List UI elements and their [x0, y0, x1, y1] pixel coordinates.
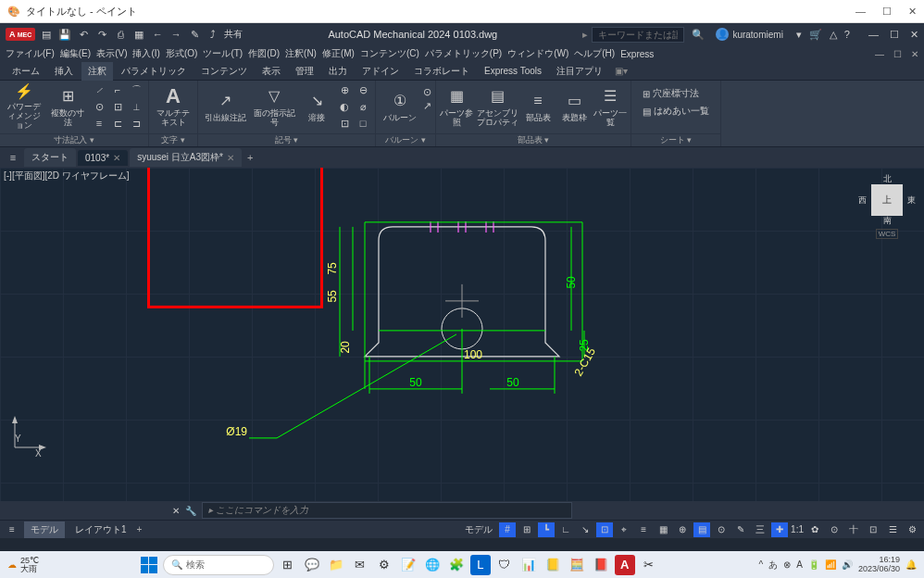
viewcube[interactable]: 上 北 南 東 西 WCS [859, 175, 915, 249]
status-grid-icon[interactable]: # [499, 522, 516, 537]
status-dyn-icon[interactable]: ⊙ [713, 522, 730, 537]
qat-icon-8[interactable]: ✎ [187, 27, 202, 42]
leader-note-button[interactable]: ↗引出線注記 [202, 82, 248, 131]
dim-icon-4[interactable]: ⊙ [91, 99, 107, 114]
autocad-logo[interactable]: A MEC [6, 28, 35, 41]
menu-draw[interactable]: 作図(D) [248, 47, 280, 60]
panel-sheet-label[interactable]: シート ▾ [631, 133, 720, 146]
dropdown-icon[interactable]: ▾ [796, 29, 802, 41]
part-reference-button[interactable]: ▦パーツ参照 [440, 82, 473, 131]
fits-list-button[interactable]: ▤はめあい一覧 [639, 104, 713, 119]
wcs-label[interactable]: WCS [876, 229, 898, 239]
welding-button[interactable]: ↘溶接 [300, 82, 333, 131]
settings-icon[interactable]: ⚙ [374, 555, 394, 575]
status-iso-icon[interactable]: ↘ [577, 522, 593, 537]
qat-icon-6[interactable]: ← [150, 27, 165, 42]
file-tabs-menu-icon[interactable]: ≡ [4, 152, 22, 163]
view-label[interactable]: [-][平面図][2D ワイヤフレーム] [4, 170, 130, 182]
app-icon-10[interactable]: 📊 [518, 555, 539, 575]
tray-icon-3[interactable]: A [796, 559, 803, 570]
status-rec-icon[interactable]: ⊙ [826, 522, 843, 537]
parts-list-button[interactable]: ☰パーツ一覧 [593, 82, 627, 131]
cmdline-close-icon[interactable]: ✕ [172, 506, 180, 516]
status-snap-icon[interactable]: ⊞ [518, 522, 535, 537]
sym-icon-1[interactable]: ⊕ [336, 82, 353, 97]
status-gear-icon[interactable]: ✿ [806, 522, 823, 537]
status-custom-icon[interactable]: ☰ [884, 522, 901, 537]
dim-icon-1[interactable]: ⟋ [91, 82, 107, 97]
file-tab-start[interactable]: スタート [24, 148, 76, 167]
dim-icon-7[interactable]: ≡ [91, 116, 107, 131]
panel-symbols-label[interactable]: 記号 ▾ [198, 133, 375, 146]
menu-annotate[interactable]: 注釈(N) [285, 47, 317, 60]
file-tab-syuusei[interactable]: syuusei 日立A3図枠*✕ [130, 148, 242, 167]
paint-close-button[interactable]: ✕ [908, 6, 917, 18]
qat-menu-icon[interactable]: ▤ [39, 27, 54, 42]
balloon-icon-1[interactable]: ⊙ [423, 86, 431, 98]
menu-file[interactable]: ファイル(F) [6, 47, 55, 60]
menu-edit[interactable]: 編集(E) [60, 47, 91, 60]
user-account[interactable]: 👤 kuratomiemi [716, 28, 782, 41]
task-view-icon[interactable]: ⊞ [278, 555, 298, 575]
menu-express[interactable]: Express [620, 49, 654, 59]
status-settings-icon[interactable]: ⚙ [904, 522, 920, 537]
chat-icon[interactable]: 💬 [302, 555, 322, 575]
ribbon-tab-manage[interactable]: 管理 [289, 62, 320, 81]
sym-icon-3[interactable]: ◐ [336, 99, 353, 114]
status-cycling-icon[interactable]: ⊕ [674, 522, 691, 537]
save-icon[interactable]: 💾 [57, 27, 72, 42]
status-3dosnap-icon[interactable]: ▤ [693, 522, 710, 537]
menu-help[interactable]: ヘルプ(H) [574, 47, 615, 60]
status-model[interactable]: モデル [461, 522, 496, 537]
ribbon-expand-icon[interactable]: ▣▾ [615, 66, 628, 76]
new-tab-button[interactable]: + [247, 152, 253, 163]
search-input[interactable] [592, 27, 684, 43]
menu-window[interactable]: ウィンドウ(W) [507, 47, 568, 60]
clock[interactable]: 16:192023/06/30 [858, 556, 900, 574]
share-button[interactable]: 共有 [224, 27, 243, 42]
dim-icon-3[interactable]: ⌒ [128, 82, 144, 97]
redo-icon[interactable]: ↷ [94, 27, 109, 42]
status-annomon-icon[interactable]: ✎ [732, 522, 749, 537]
acad-minimize-button[interactable]: — [868, 29, 879, 41]
dim-icon-6[interactable]: ⟂ [128, 99, 144, 114]
wifi-icon[interactable]: 📶 [825, 559, 836, 570]
doc-close-button[interactable]: ✕ [911, 49, 918, 59]
ribbon-tab-collaborate[interactable]: コラボレート [407, 62, 476, 81]
ribbon-tab-view[interactable]: 表示 [256, 62, 287, 81]
dim-icon-8[interactable]: ⊏ [109, 116, 126, 131]
weather-widget[interactable]: 25℃大雨 [20, 557, 39, 573]
close-tab-icon[interactable]: ✕ [227, 153, 234, 163]
balloon-button[interactable]: ①バルーン [380, 82, 420, 131]
app-icon-11[interactable]: 📒 [543, 555, 563, 575]
layout-tab-layout1[interactable]: レイアウト1 [69, 521, 133, 538]
status-workspace-icon[interactable]: 三 [752, 522, 768, 537]
print-icon[interactable]: ⎙ [113, 27, 128, 42]
status-otrack-icon[interactable]: ⌖ [616, 522, 632, 537]
ribbon-tab-express[interactable]: Express Tools [478, 63, 548, 79]
app-icon-l[interactable]: L [470, 555, 491, 575]
ribbon-tab-featured[interactable]: 注目アプリ [550, 62, 609, 81]
dim-icon-9[interactable]: ⊐ [128, 116, 144, 131]
status-osnap-icon[interactable]: ⊡ [596, 522, 613, 537]
layout-menu-icon[interactable]: ≡ [4, 524, 20, 534]
doc-maximize-button[interactable]: ☐ [893, 49, 902, 59]
menu-insert[interactable]: 挿入(I) [132, 47, 159, 60]
notes-icon[interactable]: 📝 [398, 555, 418, 575]
paint-maximize-button[interactable]: ☐ [882, 6, 892, 18]
power-dimension-button[interactable]: ⚡パワーディメンジョン [4, 82, 44, 131]
start-button[interactable] [139, 555, 159, 575]
qat-icon-5[interactable]: ▦ [131, 27, 146, 42]
ribbon-tab-addins[interactable]: アドイン [356, 62, 406, 81]
doc-minimize-button[interactable]: — [875, 49, 884, 59]
ime-icon[interactable]: あ [768, 559, 778, 572]
status-box-icon[interactable]: ⊡ [865, 522, 881, 537]
file-tab-0103[interactable]: 0103*✕ [78, 150, 128, 166]
bom-button[interactable]: ≡部品表 [521, 82, 555, 131]
status-plus-icon[interactable]: 十 [845, 522, 862, 537]
acad-maximize-button[interactable]: ☐ [890, 29, 899, 41]
dim-icon-2[interactable]: ⌐ [109, 82, 126, 97]
status-scale[interactable]: 1:1 [791, 522, 804, 537]
undo-icon[interactable]: ↶ [76, 27, 91, 42]
command-input[interactable]: ▸ ここにコマンドを入力 [202, 502, 572, 519]
